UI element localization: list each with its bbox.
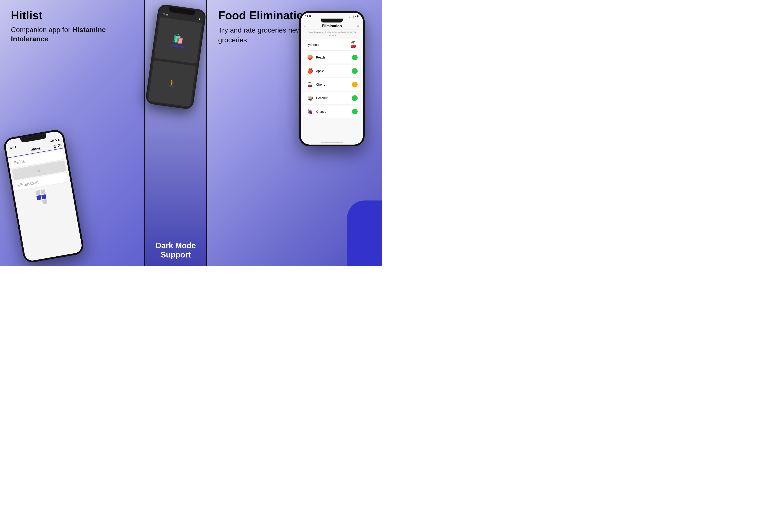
cherry-icon-box: 🍒 (306, 80, 314, 88)
battery-icon: ▮ (58, 138, 60, 141)
chess-cell (46, 189, 51, 194)
middle-panel: 15:14 ▮ 🛍️ 🚶 Dark Mode Support (145, 0, 206, 266)
apple-status (352, 68, 358, 74)
signal-icon (50, 139, 55, 142)
status-bar-right: 19:12 ∿ ▮ (301, 13, 363, 19)
swiss-label: Swiss (13, 159, 25, 166)
grapes-label: Grapes (316, 110, 352, 113)
apple-label: Apple (316, 69, 352, 73)
app-title: Hitlist (11, 9, 133, 22)
chess-cell (46, 193, 51, 198)
cherry-label: Cherry (316, 83, 352, 86)
list-item-peach[interactable]: 🍑 Peach (303, 51, 360, 64)
dark-card-2: 🚶 (148, 60, 196, 107)
phone-right-screen: 19:12 ∿ ▮ ‹ (301, 13, 363, 145)
profile-icon: ⊙ (53, 144, 57, 149)
support-title: Support (145, 250, 206, 259)
list-item-apple[interactable]: 🍎 Apple (303, 65, 360, 77)
fruit-list: 🍑 Peach 🍎 Apple 🍒 Cherry (301, 51, 363, 140)
apple-icon-box: 🍎 (306, 67, 314, 75)
chess-cell (42, 199, 47, 204)
list-item-coconut[interactable]: 🥥 Coconut (303, 92, 360, 104)
grapes-icon-box: 🍇 (306, 108, 314, 115)
chess-cell (47, 198, 52, 203)
phone-right-wrapper: 19:12 ∿ ▮ ‹ (299, 11, 373, 262)
list-item-grapes[interactable]: 🍇 Grapes (303, 105, 360, 118)
shopping-figure: 🛍️ (172, 33, 184, 45)
chess-cell (36, 195, 41, 200)
phone-left-container: 15:14 ∿ ▮ Hitlist (13, 133, 83, 266)
signal-right (349, 15, 353, 18)
dark-card-1: 🛍️ (154, 17, 202, 64)
wifi-right: ∿ (354, 15, 356, 18)
phone-notch-right (321, 19, 343, 23)
app-subtitle: Companion app for Histamine Intolerance (11, 25, 133, 44)
dark-label: Dark Mode (156, 241, 196, 250)
peach-status (352, 55, 358, 60)
wifi-icon: ∿ (55, 138, 57, 142)
chess-cell (41, 194, 46, 199)
phone-dark-mockup: 15:14 ▮ 🛍️ 🚶 (145, 4, 207, 110)
grapes-status (352, 109, 358, 114)
phone-left-screen: 15:14 ∿ ▮ Hitlist (5, 130, 83, 262)
highlighted-emoji: 🍒 (349, 41, 357, 48)
phone-left-mockup: 15:14 ∿ ▮ Hitlist (3, 128, 85, 264)
support-label: Support (161, 250, 191, 259)
coconut-status (352, 95, 358, 101)
app-nav-title: Hitlist (30, 147, 41, 152)
chess-grid (35, 189, 52, 205)
peach-label: Peach (316, 56, 352, 59)
phone-right-mockup: 19:12 ∿ ▮ ‹ (299, 11, 365, 146)
dark-mode-title: Dark Mode (145, 241, 206, 250)
chess-cell (41, 189, 46, 195)
elimination-label: Elimination (17, 180, 39, 188)
dark-screen: 15:14 ▮ 🛍️ 🚶 (147, 5, 205, 108)
cherry-status (352, 82, 358, 87)
battery-dark: ▮ (199, 18, 200, 21)
hint-text: Have the grocery for breakfast and rate … (301, 30, 363, 38)
nav-icons-left: ⊙ ⓘ (53, 144, 62, 149)
home-indicator (321, 142, 343, 143)
left-panel: Hitlist Companion app for Histamine Into… (0, 0, 144, 266)
time-right: 19:12 (305, 15, 311, 18)
info-icon: ⓘ (58, 144, 62, 149)
blue-accent (171, 45, 184, 48)
dark-mode-text: Dark Mode Support (145, 241, 206, 259)
illustration-label-1: 🛒 (38, 169, 41, 172)
right-subtitle: Try and rate groceries new groceries (218, 25, 305, 45)
coconut-label: Coconut (316, 96, 352, 100)
highlighted-item[interactable]: Lychees 🍒 (303, 39, 360, 51)
time-left: 15:14 (9, 146, 16, 150)
chess-cell (35, 190, 41, 195)
search-icon[interactable]: ⚲ (357, 24, 359, 28)
nav-bar-right: ‹ Elimination ⚲ (301, 23, 363, 30)
peach-icon-box: 🍑 (306, 54, 314, 62)
highlighted-name: Lychees (306, 43, 318, 47)
time-dark: 15:14 (162, 13, 168, 16)
coconut-icon-box: 🥥 (306, 94, 314, 102)
nav-title-right: Elimination (322, 24, 342, 28)
right-panel: Food Elimination Try and rate groceries … (207, 0, 382, 266)
back-button[interactable]: ‹ (304, 24, 305, 28)
person-figure: 🚶 (167, 78, 177, 88)
chess-cell (37, 200, 42, 205)
battery-right: ▮ (357, 15, 358, 18)
list-item-cherry[interactable]: 🍒 Cherry (303, 78, 360, 91)
